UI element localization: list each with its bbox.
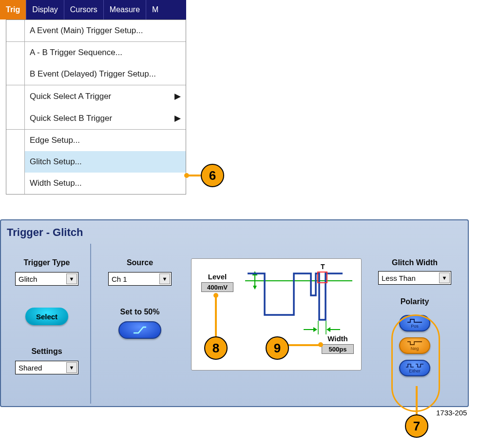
chevron-down-icon: ▼: [66, 362, 77, 373]
polarity-pos-button[interactable]: Pos: [399, 315, 430, 331]
menu-item-label: A Event (Main) Trigger Setup...: [30, 26, 143, 36]
settings-label: Settings: [31, 347, 62, 356]
trigger-glitch-panel: Trigger - Glitch Trigger Type Glitch ▼ S…: [0, 219, 469, 407]
menu-item-glitch[interactable]: Glitch Setup...: [25, 151, 186, 173]
menu-item-ab-seq[interactable]: A - B Trigger Sequence...: [25, 42, 186, 63]
neg-pulse-icon: [407, 341, 422, 346]
menu-item-a-event[interactable]: A Event (Main) Trigger Setup...: [25, 20, 186, 41]
menu-display[interactable]: Display: [26, 0, 64, 19]
menu-item-label: B Event (Delayed) Trigger Setup...: [30, 69, 156, 79]
polarity-either-button[interactable]: Either: [399, 360, 430, 376]
svg-marker-8: [326, 327, 330, 332]
chevron-right-icon: ▶: [174, 113, 181, 123]
menu-item-label: Quick Select A Trigger: [30, 92, 111, 101]
glitch-waveform-icon: T: [245, 261, 357, 339]
trigger-type-select[interactable]: Glitch ▼: [15, 272, 78, 286]
glitch-width-value: Less Than: [382, 274, 416, 282]
source-label: Source: [127, 258, 153, 267]
polarity-neg-button[interactable]: Neg: [399, 337, 430, 354]
menu-item-quick-a[interactable]: Quick Select A Trigger ▶: [25, 85, 186, 107]
panel-title: Trigger - Glitch: [7, 226, 83, 239]
menu-item-edge[interactable]: Edge Setup...: [25, 130, 186, 151]
menu-item-label: Glitch Setup...: [30, 157, 82, 167]
glitch-width-select[interactable]: Less Than ▼: [378, 271, 451, 285]
trigger-type-value: Glitch: [19, 275, 37, 283]
chevron-down-icon: ▼: [159, 273, 170, 284]
source-select[interactable]: Ch 1 ▼: [108, 272, 172, 286]
menu-item-label: A - B Trigger Sequence...: [30, 48, 122, 58]
set-to-50-button[interactable]: [118, 321, 161, 339]
settings-value: Shared: [19, 364, 42, 372]
ramp-icon: [133, 325, 147, 335]
menubar: Trig Display Cursors Measure M: [0, 0, 186, 19]
callout-8: 8: [204, 336, 228, 360]
chevron-down-icon: ▼: [439, 273, 450, 283]
level-readout[interactable]: 400mV: [201, 282, 233, 292]
trig-dropdown: A Event (Main) Trigger Setup... A - B Tr…: [6, 19, 186, 195]
menu-item-label: Width Setup...: [30, 178, 82, 188]
menu-item-width[interactable]: Width Setup...: [25, 173, 186, 194]
svg-text:T: T: [321, 263, 325, 271]
source-value: Ch 1: [112, 275, 127, 283]
set50-label: Set to 50%: [120, 308, 160, 316]
either-pulse-icon: [406, 363, 423, 368]
svg-marker-3: [253, 286, 257, 290]
doc-id: 1733-205: [436, 409, 467, 417]
settings-select[interactable]: Shared ▼: [15, 361, 78, 374]
trigger-type-label: Trigger Type: [24, 258, 70, 267]
menu-item-quick-b[interactable]: Quick Select B Trigger ▶: [25, 107, 186, 129]
select-button[interactable]: Select: [25, 308, 68, 325]
menu-item-label: Quick Select B Trigger: [30, 114, 112, 123]
callout-9: 9: [266, 336, 289, 360]
polarity-label: Polarity: [401, 297, 429, 306]
menu-trig[interactable]: Trig: [0, 0, 26, 19]
pos-pulse-icon: [407, 318, 422, 323]
callout-7: 7: [405, 414, 428, 438]
menu-item-label: Edge Setup...: [30, 136, 80, 145]
menu-measure[interactable]: Measure: [104, 0, 146, 19]
chevron-down-icon: ▼: [66, 273, 77, 284]
menu-cursors[interactable]: Cursors: [64, 0, 104, 19]
callout-6: 6: [201, 164, 224, 187]
chevron-right-icon: ▶: [174, 91, 181, 101]
menu-more[interactable]: M: [146, 0, 164, 19]
glitch-width-label: Glitch Width: [392, 258, 438, 267]
level-label: Level: [208, 273, 227, 281]
width-readout[interactable]: 500ps: [322, 344, 354, 354]
menu-item-b-event[interactable]: B Event (Delayed) Trigger Setup...: [25, 63, 186, 85]
svg-marker-6: [313, 327, 317, 332]
